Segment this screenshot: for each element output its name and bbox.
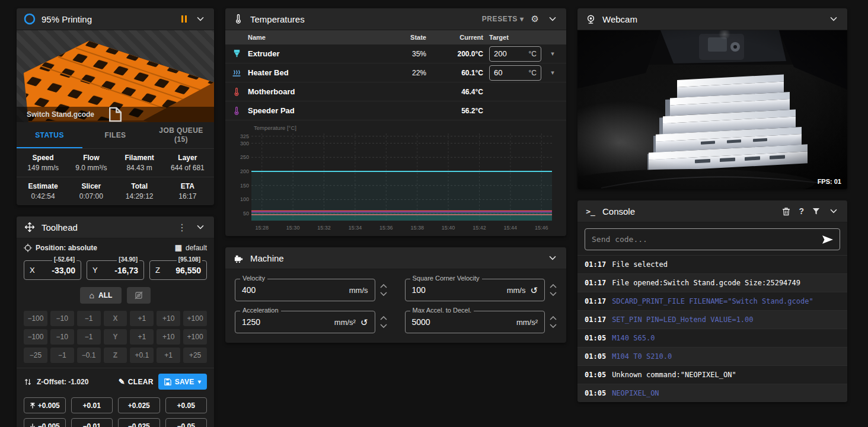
square-corner-velocity-field[interactable]: Square Corner Velocity 100 mm/s ↺ (405, 279, 545, 301)
pause-print-button[interactable] (180, 14, 188, 24)
svg-text:15:44: 15:44 (504, 225, 518, 231)
jog-y--1[interactable]: −1 (77, 329, 101, 345)
print-stats-row-2: Estimate 0:42:54 Slicer 0:07:00 Total 14… (17, 177, 214, 205)
toolhead-panel: Toolhead ⋮ Position: absolute ▦ default (17, 216, 214, 427)
svg-text:250: 250 (240, 154, 249, 160)
console-line[interactable]: 01:17 File opened:Switch Stand.gcode Siz… (577, 273, 847, 292)
tab-job-queue[interactable]: JOB QUEUE (15) (148, 122, 214, 148)
presets-button[interactable]: PRESETS ▾ (482, 15, 524, 23)
extruder-target-input[interactable]: °C (489, 46, 541, 62)
console-line[interactable]: 01:17 SET_PIN PIN=LED_Hotend VALUE=1.00 (577, 310, 847, 329)
send-button[interactable] (822, 235, 833, 244)
tab-files[interactable]: FILES (82, 122, 148, 148)
chevron-down-icon (195, 14, 206, 24)
extruder-target-value[interactable] (494, 49, 514, 58)
y-limit-label: [34.90] (117, 256, 139, 263)
toolhead-collapse-button[interactable] (194, 221, 207, 234)
jog-x--1[interactable]: −1 (77, 311, 101, 326)
max-accel-to-decel-stepper[interactable] (550, 316, 557, 328)
home-all-button[interactable]: ⌂ ALL (80, 287, 122, 304)
console-help-button[interactable]: ? (797, 205, 805, 217)
console-line-message: NEOPIXEL_ON (612, 389, 659, 397)
jog-y--10[interactable]: −10 (50, 329, 74, 345)
webcam-collapse-button[interactable] (827, 12, 840, 26)
max-accel-to-decel-field[interactable]: Max Accel. to Decel. 5000 mm/s² (405, 311, 545, 333)
toolhead-menu-button[interactable]: ⋮ (176, 221, 188, 234)
console-line-time: 01:17 (585, 260, 606, 269)
jog-z-+25[interactable]: +25 (183, 348, 207, 363)
z-offset-up-0.01[interactable]: +0.01 (71, 397, 113, 413)
x-position-field[interactable]: [-52.64] X -33,00 (24, 260, 81, 280)
z-offset-down-0.05[interactable]: −0.05 (165, 418, 208, 427)
z-offset-clear-button[interactable]: ✎ CLEAR (119, 377, 154, 386)
square-corner-velocity-stepper[interactable] (550, 284, 557, 296)
fps-counter: FPS: 01 (818, 178, 841, 185)
console-collapse-button[interactable] (827, 205, 840, 218)
jog-z-+1[interactable]: +1 (157, 348, 180, 363)
print-stat: Flow 9.0 mm³/s (67, 154, 115, 172)
y-position-field[interactable]: [34.90] Y -16,73 (87, 260, 144, 280)
temperature-row-motherboard: Motherboard 46.4°C (225, 82, 566, 101)
heater-bed-target-value[interactable] (494, 68, 514, 77)
jog-x-+10[interactable]: +10 (157, 311, 180, 326)
heater-bed-target-dropdown[interactable]: ▾ (542, 69, 563, 77)
temperature-row-speeder-pad: Speeder Pad 56.2°C (225, 101, 566, 120)
console-panel-title: Console (602, 206, 635, 216)
webcam-panel-header: Webcam (577, 8, 847, 30)
motors-off-button[interactable] (127, 287, 151, 304)
jog-z--25[interactable]: −25 (24, 348, 47, 363)
status-collapse-button[interactable] (194, 12, 207, 26)
console-filter-button[interactable] (811, 206, 821, 216)
z-offset-down-0.025[interactable]: −0.025 (118, 418, 160, 427)
z-offset-up-0.05[interactable]: +0.05 (165, 397, 208, 413)
velocity-field[interactable]: Velocity 400 mm/s (235, 279, 375, 301)
console-clear-button[interactable] (781, 206, 792, 217)
z-offset-up-0.005[interactable]: +0.005 (24, 397, 66, 413)
z-offset-down-0.005[interactable]: −0.005 (24, 418, 66, 427)
console-line[interactable]: 01:05 M140 S65.0 (577, 329, 847, 347)
console-input-box[interactable] (585, 228, 840, 250)
tab-status[interactable]: STATUS (17, 122, 82, 148)
jog-y-+1[interactable]: +1 (130, 329, 154, 345)
chevron-up-icon (550, 284, 557, 288)
console-line[interactable]: 01:05 Unknown command:"NEOPIXEL_ON" (577, 365, 847, 384)
velocity-stepper[interactable] (380, 284, 387, 296)
jog-x--100[interactable]: −100 (24, 311, 47, 326)
jog-x-+100[interactable]: +100 (183, 311, 207, 326)
console-input[interactable] (592, 235, 818, 244)
acceleration-stepper[interactable] (380, 316, 387, 328)
temperatures-collapse-button[interactable] (546, 12, 559, 26)
reset-icon[interactable]: ↺ (360, 318, 368, 327)
jog-y--100[interactable]: −100 (24, 329, 47, 345)
z-offset-up-0.025[interactable]: +0.025 (118, 397, 160, 413)
jog-z--0.1[interactable]: −0.1 (77, 348, 101, 363)
svg-text:Temperature [°C]: Temperature [°C] (254, 125, 296, 131)
z-offset-save-button[interactable]: SAVE ▾ (158, 374, 207, 390)
jog-z--1[interactable]: −1 (50, 348, 74, 363)
console-line[interactable]: 01:17 File selected (577, 255, 847, 273)
toolhead-panel-title: Toolhead (42, 222, 78, 232)
console-line[interactable]: 01:17 SDCARD_PRINT_FILE FILENAME="Switch… (577, 292, 847, 310)
jog-z-+0.1[interactable]: +0.1 (130, 348, 154, 363)
extruder-target-dropdown[interactable]: ▾ (542, 50, 563, 58)
save-icon (164, 378, 171, 385)
acceleration-field[interactable]: Acceleration 1250 mm/s² ↺ (235, 311, 375, 333)
gear-icon: ⚙ (531, 14, 539, 24)
max-accel-to-decel-field-wrap: Max Accel. to Decel. 5000 mm/s² (405, 311, 557, 333)
z-offset-down-0.01[interactable]: −0.01 (71, 418, 113, 427)
console-line[interactable]: 01:05 NEOPIXEL_ON (577, 384, 847, 402)
svg-text:100: 100 (240, 196, 249, 202)
jog-x-+1[interactable]: +1 (130, 311, 154, 326)
heater-bed-target-input[interactable]: °C (489, 65, 541, 81)
machine-collapse-button[interactable] (546, 251, 559, 265)
print-stat: ETA 16:17 (164, 182, 212, 200)
z-position-field[interactable]: [95.108] Z 96,550 (149, 260, 207, 280)
temperatures-settings-button[interactable]: ⚙ (530, 12, 540, 26)
jog-y-+10[interactable]: +10 (157, 329, 180, 345)
console-icon: >_ (585, 205, 596, 217)
reset-icon[interactable]: ↺ (530, 286, 538, 295)
console-panel-header: >_ Console ? (577, 200, 847, 222)
jog-y-+100[interactable]: +100 (183, 329, 207, 345)
console-line[interactable]: 01:05 M104 T0 S210.0 (577, 347, 847, 365)
jog-x--10[interactable]: −10 (50, 311, 74, 326)
